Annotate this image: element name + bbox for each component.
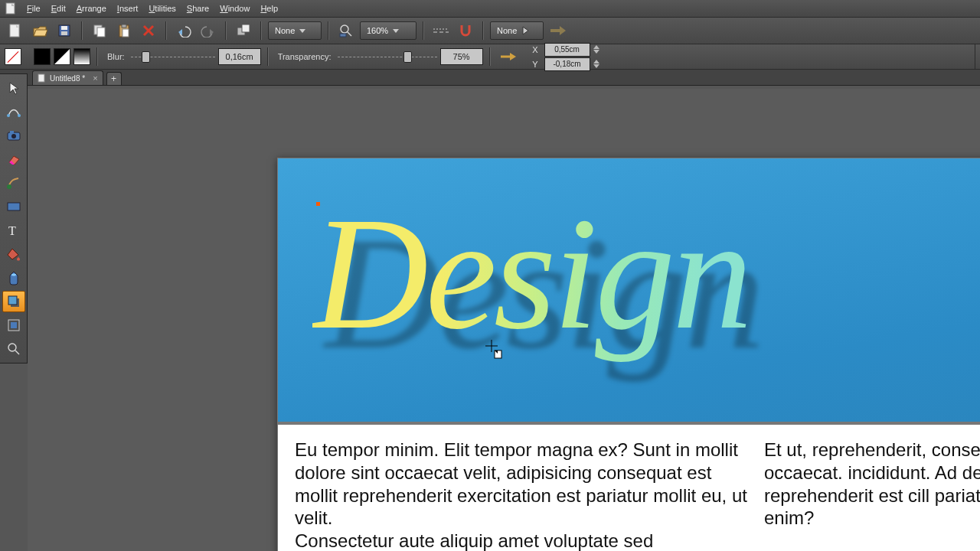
svg-rect-40 — [11, 322, 17, 328]
text-columns: Eu tempor minim. Elit tempor magna ex? S… — [278, 425, 980, 551]
delete-button[interactable] — [138, 20, 159, 41]
column-1[interactable]: Eu tempor minim. Elit tempor magna ex? S… — [295, 439, 750, 551]
arrow-forward-button[interactable] — [547, 20, 568, 41]
menu-insert[interactable]: Insert — [112, 2, 144, 15]
svg-marker-22 — [510, 53, 516, 60]
eraser-tool[interactable] — [2, 148, 25, 170]
group-button[interactable] — [233, 20, 254, 41]
x-input[interactable] — [544, 43, 590, 57]
svg-point-25 — [7, 114, 10, 117]
selector-tool[interactable] — [2, 77, 25, 99]
menu-window[interactable]: Window — [214, 2, 255, 15]
transparency-tool[interactable] — [2, 267, 25, 289]
svg-rect-33 — [8, 203, 20, 210]
svg-rect-6 — [61, 31, 67, 35]
redo-button[interactable] — [198, 20, 219, 41]
document-icon — [38, 73, 45, 83]
camera-tool[interactable] — [2, 125, 25, 146]
tab-title: Untitled8 * — [50, 74, 85, 83]
menu-utilities[interactable]: Utilities — [143, 2, 181, 15]
blur-label: Blur: — [104, 52, 128, 61]
menu-share[interactable]: Share — [181, 2, 214, 15]
zoom-tool[interactable] — [2, 338, 25, 360]
fill-gradient-swatch[interactable] — [74, 48, 90, 65]
menu-arrange[interactable]: Arrange — [71, 2, 112, 15]
shadow-tool[interactable] — [2, 291, 25, 312]
menu-file[interactable]: File — [21, 2, 46, 15]
save-button[interactable] — [54, 20, 75, 41]
tab-close-icon[interactable]: × — [93, 73, 97, 83]
new-file-button[interactable] — [5, 20, 26, 41]
svg-rect-10 — [122, 24, 126, 28]
column-2[interactable]: Et ut, reprehenderit, consequat occaecat… — [764, 439, 980, 551]
blur-input[interactable] — [218, 48, 261, 65]
svg-text:T: T — [8, 224, 16, 237]
coordinates-box: X Y — [528, 43, 601, 71]
svg-point-41 — [8, 344, 16, 351]
tool-palette: T — [0, 73, 28, 364]
line-dropdown[interactable]: None — [490, 21, 544, 40]
transparency-input[interactable] — [440, 48, 483, 65]
rectangle-tool[interactable] — [2, 196, 25, 217]
transparency-slider[interactable] — [338, 49, 437, 64]
y-spinner[interactable] — [593, 60, 601, 68]
dash-style-button[interactable] — [430, 20, 452, 41]
zoom-tool-button[interactable] — [335, 20, 357, 41]
y-label: Y — [528, 60, 541, 69]
svg-rect-38 — [8, 296, 17, 305]
apply-arrow-button[interactable] — [497, 46, 518, 67]
menu-edit[interactable]: Edit — [46, 2, 71, 15]
main-toolbar: None 160% None — [0, 18, 980, 44]
svg-rect-5 — [61, 26, 67, 30]
fill-tool[interactable] — [2, 243, 25, 265]
copy-button[interactable] — [89, 20, 110, 41]
svg-rect-15 — [242, 24, 250, 32]
zoom-dropdown[interactable]: 160% — [360, 21, 416, 40]
play-icon — [521, 25, 529, 36]
svg-rect-0 — [6, 3, 15, 14]
undo-button[interactable] — [173, 20, 194, 41]
svg-point-32 — [7, 184, 11, 189]
snap-button[interactable] — [455, 20, 476, 41]
canvas-workspace[interactable]: Design Design Eu tempor minim. Elit temp… — [28, 89, 980, 551]
x-spinner[interactable] — [593, 45, 601, 54]
svg-point-26 — [18, 114, 21, 117]
page[interactable]: Design Design Eu tempor minim. Elit temp… — [277, 158, 980, 551]
svg-marker-20 — [523, 27, 528, 34]
chevron-down-icon — [393, 29, 399, 33]
design-text-object[interactable]: Design Design — [312, 181, 750, 366]
menu-bar: File Edit Arrange Insert Utilities Share… — [0, 0, 980, 18]
menu-help[interactable]: Help — [255, 2, 283, 15]
svg-point-36 — [11, 274, 16, 276]
document-tabstrip: Untitled8 * × + — [0, 70, 980, 86]
design-text: Design — [312, 181, 750, 366]
svg-rect-23 — [38, 74, 44, 82]
svg-marker-35 — [8, 249, 18, 259]
svg-rect-29 — [10, 131, 14, 133]
svg-rect-17 — [340, 34, 346, 37]
document-tab[interactable]: Untitled8 * × — [32, 70, 103, 85]
fill-none-swatch[interactable] — [5, 48, 21, 65]
zoom-value: 160% — [367, 26, 388, 35]
brush-tool[interactable] — [2, 172, 25, 194]
fill-solid-swatch[interactable] — [34, 48, 51, 65]
y-input[interactable] — [544, 57, 590, 71]
crop-tool[interactable] — [2, 315, 25, 336]
effect-dropdown-value: None — [275, 26, 295, 35]
svg-point-28 — [11, 134, 16, 139]
app-icon — [5, 2, 17, 15]
fill-bw-swatch[interactable] — [54, 48, 70, 65]
banner-area[interactable]: Design Design — [278, 158, 980, 425]
svg-marker-24 — [10, 83, 18, 94]
blur-slider[interactable] — [131, 49, 215, 64]
new-tab-button[interactable]: + — [106, 72, 122, 85]
open-file-button[interactable] — [29, 20, 51, 41]
effect-dropdown[interactable]: None — [268, 21, 322, 40]
x-label: X — [528, 45, 541, 54]
svg-rect-11 — [122, 29, 129, 37]
transparency-label: Transparency: — [275, 52, 335, 61]
text-tool[interactable]: T — [2, 220, 25, 241]
paste-button[interactable] — [113, 20, 135, 41]
freehand-tool[interactable] — [2, 101, 25, 122]
svg-point-16 — [341, 25, 348, 33]
